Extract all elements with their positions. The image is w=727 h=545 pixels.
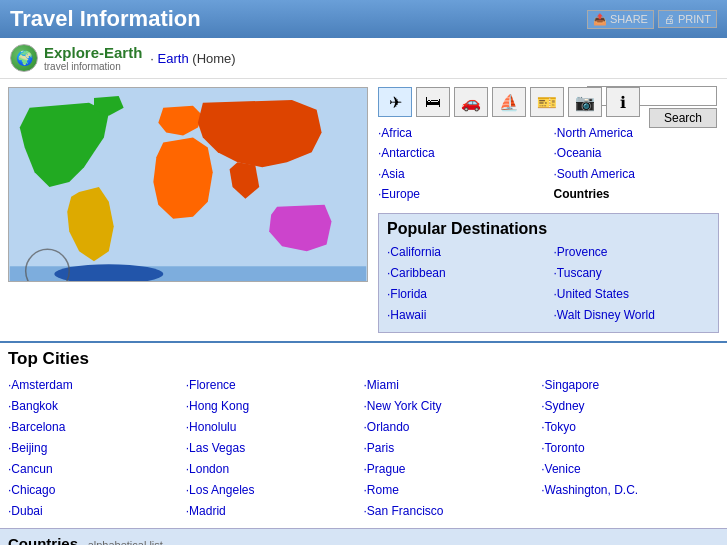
region-antarctica[interactable]: ·Antarctica bbox=[378, 143, 544, 163]
dest-provence[interactable]: ·Provence bbox=[554, 242, 711, 263]
logo-bar: 🌍 Explore-Earth travel information · Ear… bbox=[0, 38, 727, 79]
city-hong-kong[interactable]: ·Hong Kong bbox=[186, 396, 364, 417]
breadcrumb-sep: · bbox=[150, 51, 154, 66]
car-icon-btn[interactable]: 🚗 bbox=[454, 87, 488, 117]
icon-toolbar: ✈ 🛏 🚗 ⛵ 🎫 📷 ℹ bbox=[378, 87, 719, 117]
regions-list: ·Africa ·Antarctica ·Asia ·Europe ·North… bbox=[378, 123, 719, 205]
region-countries[interactable]: Countries bbox=[554, 184, 720, 204]
city-san-francisco[interactable]: ·San Francisco bbox=[364, 501, 542, 522]
logo-area: 🌍 Explore-Earth travel information bbox=[10, 44, 142, 72]
city-venice[interactable]: ·Venice bbox=[541, 459, 719, 480]
page-header: Travel Information 📤 SHARE 🖨 PRINT bbox=[0, 0, 727, 38]
cities-grid: ·Amsterdam ·Bangkok ·Barcelona ·Beijing … bbox=[8, 375, 719, 522]
dest-hawaii[interactable]: ·Hawaii bbox=[387, 305, 544, 326]
plane-icon-btn[interactable]: ✈ bbox=[378, 87, 412, 117]
regions-col2: ·North America ·Oceania ·South America C… bbox=[554, 123, 720, 205]
header-tools: 📤 SHARE 🖨 PRINT bbox=[587, 10, 717, 29]
cities-col1: ·Amsterdam ·Bangkok ·Barcelona ·Beijing … bbox=[8, 375, 186, 522]
info-icon-btn[interactable]: ℹ bbox=[606, 87, 640, 117]
dest-tuscany[interactable]: ·Tuscany bbox=[554, 263, 711, 284]
breadcrumb: · Earth (Home) bbox=[150, 51, 235, 66]
main-content: ✈ 🛏 🚗 ⛵ 🎫 📷 ℹ ·Africa ·Antarctica ·Asia … bbox=[0, 79, 727, 341]
right-panel: ✈ 🛏 🚗 ⛵ 🎫 📷 ℹ ·Africa ·Antarctica ·Asia … bbox=[378, 87, 719, 333]
popular-destinations: Popular Destinations ·California ·Caribb… bbox=[378, 213, 719, 333]
city-new-york[interactable]: ·New York City bbox=[364, 396, 542, 417]
city-toronto[interactable]: ·Toronto bbox=[541, 438, 719, 459]
city-orlando[interactable]: ·Orlando bbox=[364, 417, 542, 438]
city-los-angeles[interactable]: ·Los Angeles bbox=[186, 480, 364, 501]
page-title: Travel Information bbox=[10, 6, 201, 32]
popular-heading: Popular Destinations bbox=[387, 220, 710, 238]
region-asia[interactable]: ·Asia bbox=[378, 164, 544, 184]
city-prague[interactable]: ·Prague bbox=[364, 459, 542, 480]
countries-heading: Countries bbox=[8, 535, 78, 545]
popular-col1: ·California ·Caribbean ·Florida ·Hawaii bbox=[387, 242, 544, 326]
popular-col2: ·Provence ·Tuscany ·United States ·Walt … bbox=[554, 242, 711, 326]
city-tokyo[interactable]: ·Tokyo bbox=[541, 417, 719, 438]
region-north-america[interactable]: ·North America bbox=[554, 123, 720, 143]
city-honolulu[interactable]: ·Honolulu bbox=[186, 417, 364, 438]
city-singapore[interactable]: ·Singapore bbox=[541, 375, 719, 396]
city-london[interactable]: ·London bbox=[186, 459, 364, 480]
camera-icon-btn[interactable]: 📷 bbox=[568, 87, 602, 117]
city-washington[interactable]: ·Washington, D.C. bbox=[541, 480, 719, 501]
cities-col2: ·Florence ·Hong Kong ·Honolulu ·Las Vega… bbox=[186, 375, 364, 522]
region-africa[interactable]: ·Africa bbox=[378, 123, 544, 143]
logo-text: Explore-Earth travel information bbox=[44, 44, 142, 72]
city-amsterdam[interactable]: ·Amsterdam bbox=[8, 375, 186, 396]
regions-col1: ·Africa ·Antarctica ·Asia ·Europe bbox=[378, 123, 544, 205]
top-cities-heading: Top Cities bbox=[8, 349, 719, 369]
city-dubai[interactable]: ·Dubai bbox=[8, 501, 186, 522]
print-button[interactable]: 🖨 PRINT bbox=[658, 10, 717, 28]
share-button[interactable]: 📤 SHARE bbox=[587, 10, 654, 29]
city-beijing[interactable]: ·Beijing bbox=[8, 438, 186, 459]
city-miami[interactable]: ·Miami bbox=[364, 375, 542, 396]
popular-grid: ·California ·Caribbean ·Florida ·Hawaii … bbox=[387, 242, 710, 326]
region-europe[interactable]: ·Europe bbox=[378, 184, 544, 204]
cities-col3: ·Miami ·New York City ·Orlando ·Paris ·P… bbox=[364, 375, 542, 522]
city-chicago[interactable]: ·Chicago bbox=[8, 480, 186, 501]
city-paris[interactable]: ·Paris bbox=[364, 438, 542, 459]
dest-california[interactable]: ·California bbox=[387, 242, 544, 263]
city-florence[interactable]: ·Florence bbox=[186, 375, 364, 396]
dest-united-states[interactable]: ·United States bbox=[554, 284, 711, 305]
city-bangkok[interactable]: ·Bangkok bbox=[8, 396, 186, 417]
brand-name: Explore-Earth bbox=[44, 44, 142, 61]
tagline: travel information bbox=[44, 61, 142, 72]
city-barcelona[interactable]: ·Barcelona bbox=[8, 417, 186, 438]
world-map[interactable] bbox=[8, 87, 368, 282]
ticket-icon-btn[interactable]: 🎫 bbox=[530, 87, 564, 117]
region-oceania[interactable]: ·Oceania bbox=[554, 143, 720, 163]
breadcrumb-link[interactable]: Earth bbox=[158, 51, 189, 66]
breadcrumb-home: (Home) bbox=[192, 51, 235, 66]
dest-walt-disney[interactable]: ·Walt Disney World bbox=[554, 305, 711, 326]
region-south-america[interactable]: ·South America bbox=[554, 164, 720, 184]
dest-florida[interactable]: ·Florida bbox=[387, 284, 544, 305]
city-madrid[interactable]: ·Madrid bbox=[186, 501, 364, 522]
city-cancun[interactable]: ·Cancun bbox=[8, 459, 186, 480]
globe-icon: 🌍 bbox=[10, 44, 38, 72]
top-area: 🌍 Explore-Earth travel information · Ear… bbox=[0, 38, 727, 79]
dest-caribbean[interactable]: ·Caribbean bbox=[387, 263, 544, 284]
ship-icon-btn[interactable]: ⛵ bbox=[492, 87, 526, 117]
bed-icon-btn[interactable]: 🛏 bbox=[416, 87, 450, 117]
countries-section: Countries alphabetical list ·Afghanistan… bbox=[0, 528, 727, 545]
alpha-label: alphabetical list bbox=[88, 539, 163, 545]
city-rome[interactable]: ·Rome bbox=[364, 480, 542, 501]
top-cities-section: Top Cities ·Amsterdam ·Bangkok ·Barcelon… bbox=[0, 341, 727, 528]
cities-col4: ·Singapore ·Sydney ·Tokyo ·Toronto ·Veni… bbox=[541, 375, 719, 522]
city-sydney[interactable]: ·Sydney bbox=[541, 396, 719, 417]
city-las-vegas[interactable]: ·Las Vegas bbox=[186, 438, 364, 459]
